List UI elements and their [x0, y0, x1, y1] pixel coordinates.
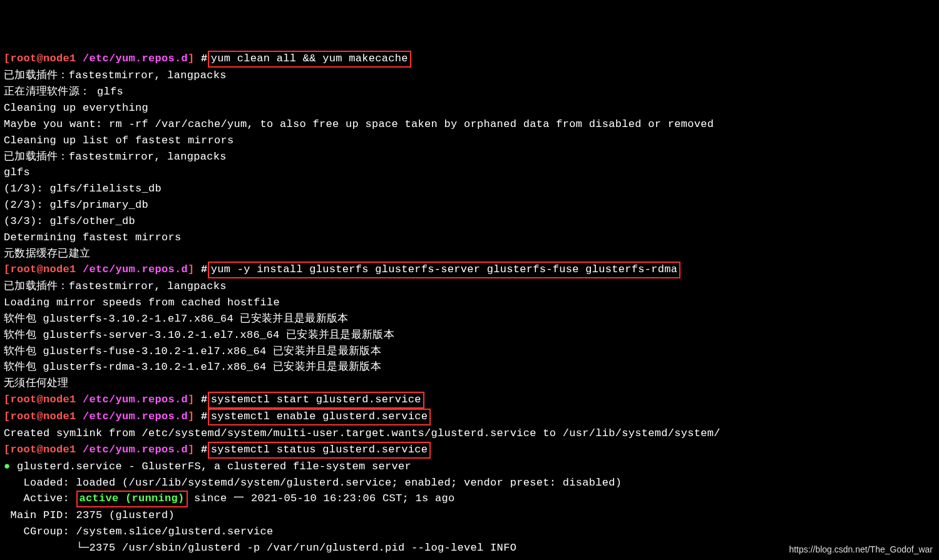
output-line: 无须任何处理 [4, 377, 69, 389]
prompt-line-2: [root@node1 /etc/yum.repos.d] #yum -y in… [4, 263, 680, 275]
prompt-bracket-close: ] [188, 53, 195, 64]
prompt-line-5: [root@node1 /etc/yum.repos.d] #systemctl… [4, 444, 431, 456]
status-bullet-icon: ● [4, 461, 11, 472]
output-line: Maybe you want: rm -rf /var/cache/yum, t… [4, 118, 714, 130]
output-line: 软件包 glusterfs-3.10.2-1.el7.x86_64 已安装并且是… [4, 313, 348, 325]
prompt-userhost: root@node1 [11, 53, 76, 64]
output-line: 软件包 glusterfs-server-3.10.2-1.el7.x86_64… [4, 329, 394, 341]
output-line: 软件包 glusterfs-rdma-3.10.2-1.el7.x86_64 已… [4, 361, 381, 373]
output-line: 正在清理软件源： glfs [4, 86, 123, 98]
status-cgroup-child: └─2375 /usr/sbin/glusterd -p /var/run/gl… [4, 542, 516, 554]
prompt-path: /etc/yum.repos.d [83, 53, 188, 64]
watermark: https://blog.csdn.net/The_Godof_war [789, 543, 933, 556]
output-line: (2/3): glfs/primary_db [4, 199, 148, 211]
terminal-output[interactable]: [root@node1 /etc/yum.repos.d] #yum clean… [4, 51, 935, 556]
prompt-line-1: [root@node1 /etc/yum.repos.d] #yum clean… [4, 53, 411, 64]
output-line: glfs [4, 166, 30, 178]
status-loaded: Loaded: loaded (/usr/lib/systemd/system/… [4, 477, 622, 489]
output-line: Cleaning up everything [4, 102, 148, 114]
output-line: Loading mirror speeds from cached hostfi… [4, 297, 280, 308]
output-line: Created symlink from /etc/systemd/system… [4, 427, 721, 439]
output-line: Determining fastest mirrors [4, 232, 182, 243]
output-line: 软件包 glusterfs-fuse-3.10.2-1.el7.x86_64 已… [4, 345, 381, 357]
output-line: (3/3): glfs/other_db [4, 215, 135, 227]
output-line: 已加载插件：fastestmirror, langpacks [4, 69, 227, 81]
prompt-line-3: [root@node1 /etc/yum.repos.d] #systemctl… [4, 394, 424, 405]
output-line: 已加载插件：fastestmirror, langpacks [4, 280, 227, 292]
status-mainpid: Main PID: 2375 (glusterd) [4, 509, 175, 521]
status-line: ● glusterd.service - GlusterFS, a cluste… [4, 461, 411, 472]
cmd-systemctl-enable: systemctl enable glusterd.service [208, 409, 431, 425]
prompt-hash: # [195, 53, 208, 64]
status-cgroup: CGroup: /system.slice/glusterd.service [4, 526, 274, 537]
output-line: (1/3): glfs/filelists_db [4, 183, 162, 195]
status-active-running: active (running) [76, 491, 188, 507]
cmd-systemctl-start: systemctl start glusterd.service [208, 392, 424, 409]
output-line: 已加载插件：fastestmirror, langpacks [4, 151, 227, 163]
prompt-line-4: [root@node1 /etc/yum.repos.d] #systemctl… [4, 410, 431, 422]
cmd-yum-clean: yum clean all && yum makecache [208, 51, 411, 68]
status-active-line: Active: active (running) since 一 2021-05… [4, 492, 454, 504]
output-line: 元数据缓存已建立 [4, 248, 90, 260]
cmd-yum-install: yum -y install glusterfs glusterfs-serve… [208, 262, 681, 278]
output-line: Cleaning up list of fastest mirrors [4, 135, 234, 146]
prompt-bracket-open: [ [4, 53, 11, 64]
cmd-systemctl-status: systemctl status glusterd.service [208, 442, 431, 459]
